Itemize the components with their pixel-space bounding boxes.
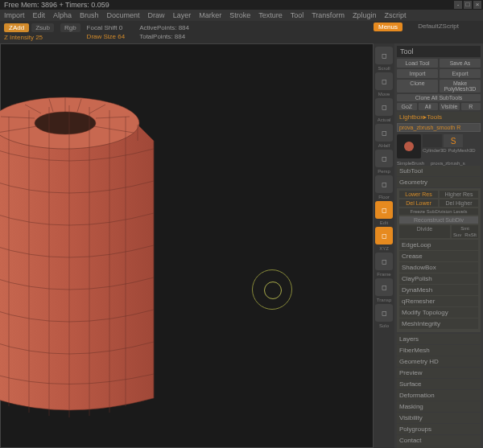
higher-res-button[interactable]: Higher Res xyxy=(440,191,478,198)
goz-visible-button[interactable]: Visible xyxy=(440,103,460,110)
tool-thumbs: S Cylinder3D PolyMesh3D xyxy=(397,134,481,158)
total-points: TotalPoints: 884 xyxy=(139,33,189,40)
menu-import[interactable]: Import xyxy=(4,11,25,19)
svg-point-1 xyxy=(35,112,96,134)
tool-panel: Tool Load Tool Save As Import Export Clo… xyxy=(394,43,483,448)
zadd-button[interactable]: ZAdd xyxy=(4,23,29,32)
section-subtool[interactable]: SubTool xyxy=(397,166,481,176)
thumb-current[interactable] xyxy=(397,134,421,158)
section-fibermesh[interactable]: FiberMesh xyxy=(397,345,481,356)
focal-label[interactable]: Focal Shift 0 xyxy=(87,24,126,31)
transp-icon[interactable]: ◻ xyxy=(375,278,393,296)
lower-res-button[interactable]: Lower Res xyxy=(399,191,438,198)
goz-button[interactable]: GoZ xyxy=(397,103,417,110)
thumb-label-0: SimpleBrush xyxy=(397,161,424,166)
export-button[interactable]: Export xyxy=(440,69,481,78)
current-tool[interactable]: prova_zbrush_smooth R xyxy=(398,124,480,131)
geometry-panel: Lower Res Higher Res Del Lower Del Highe… xyxy=(397,188,481,332)
section-masking[interactable]: Masking xyxy=(397,401,481,412)
menu-zscript[interactable]: Zscript xyxy=(384,11,406,19)
persp-icon[interactable]: ◻ xyxy=(375,150,393,167)
rgb-button[interactable]: Rgb xyxy=(60,23,80,32)
menu-brush[interactable]: Brush xyxy=(80,11,99,19)
floor-icon[interactable]: ◻ xyxy=(375,175,393,193)
smt-button[interactable]: Smt xyxy=(452,225,478,232)
script-label[interactable]: DefaultZScript xyxy=(418,23,459,30)
actual-icon[interactable]: ◻ xyxy=(375,98,393,116)
xyz-icon[interactable]: ◻ xyxy=(375,227,393,245)
menu-layer[interactable]: Layer xyxy=(173,11,192,19)
goz-all-button[interactable]: All xyxy=(419,103,439,110)
freeze-button[interactable]: Freeze SubDivision Levels xyxy=(399,208,478,215)
polymesh-button[interactable]: Make PolyMesh3D xyxy=(440,80,481,92)
zsub-button[interactable]: Zsub xyxy=(31,23,54,32)
menu-draw[interactable]: Draw xyxy=(148,11,165,19)
geom-edgeloop[interactable]: EdgeLoop xyxy=(399,240,478,250)
del-lower-button[interactable]: Del Lower xyxy=(399,199,438,207)
mesh-object[interactable] xyxy=(0,60,194,422)
del-higher-button[interactable]: Del Higher xyxy=(440,199,478,207)
goz-r-button[interactable]: R xyxy=(461,103,481,110)
menu-stroke[interactable]: Stroke xyxy=(229,11,250,19)
divide-button[interactable]: Divide xyxy=(399,225,450,238)
section-geometry[interactable]: Geometry xyxy=(397,177,481,187)
rsoft-button[interactable]: RsSft xyxy=(463,232,478,238)
geom-meshintegrity[interactable]: MeshIntegrity xyxy=(399,319,478,329)
frame-icon[interactable]: ◻ xyxy=(375,253,393,270)
intensity-label[interactable]: Z Intensity 25 xyxy=(4,34,43,41)
topbar: ZAdd Zsub Z Intensity 25 Rgb Focal Shift… xyxy=(0,21,483,43)
menu-transform[interactable]: Transform xyxy=(312,11,345,19)
window-controls: - □ × xyxy=(454,1,481,9)
section-preview[interactable]: Preview xyxy=(397,368,481,378)
menu-texture[interactable]: Texture xyxy=(258,11,283,19)
move-icon[interactable]: ◻ xyxy=(375,72,393,90)
viewport[interactable] xyxy=(0,43,374,448)
tool-header[interactable]: Tool xyxy=(397,46,481,57)
clone-button[interactable]: Clone xyxy=(397,80,438,92)
geom-qremesher[interactable]: qRemesher xyxy=(399,296,478,306)
thumb-cylinder[interactable] xyxy=(423,134,442,147)
menu-edit[interactable]: Edit xyxy=(33,11,46,19)
geom-dynamesh[interactable]: DynaMesh xyxy=(399,285,478,295)
scroll-icon[interactable]: ◻ xyxy=(375,47,393,64)
thumb-label-2: PolyMesh3D xyxy=(448,148,476,153)
thumb-label-3: prova_zbrush_s xyxy=(431,161,465,166)
section-polygroups[interactable]: Polygroups xyxy=(397,424,481,434)
toolstrip: ◻Scroll◻Move◻Actual◻AHalf◻Persp◻Floor◻Ed… xyxy=(374,43,394,448)
menu-zplugin[interactable]: Zplugin xyxy=(353,11,377,19)
geom-crease[interactable]: Crease xyxy=(399,251,478,261)
minimize-icon[interactable]: - xyxy=(454,1,462,9)
section-visibility[interactable]: Visibility xyxy=(397,413,481,423)
svg-point-21 xyxy=(404,142,414,151)
section-geometry-hd[interactable]: Geometry HD xyxy=(397,356,481,367)
section-contact[interactable]: Contact xyxy=(397,435,481,446)
menu-alpha[interactable]: Alpha xyxy=(53,11,72,19)
menubar: ImportEditAlphaBrushDocumentDrawLayerMar… xyxy=(0,10,483,21)
geom-claypolish[interactable]: ClayPolish xyxy=(399,273,478,284)
save-as-button[interactable]: Save As xyxy=(440,59,481,68)
section-layers[interactable]: Layers xyxy=(397,334,481,344)
geom-modify-topology[interactable]: Modify Topology xyxy=(399,307,478,318)
reconstruct-button[interactable]: Reconstruct SubDiv xyxy=(399,216,478,224)
section-deformation[interactable]: Deformation xyxy=(397,390,481,401)
import-button[interactable]: Import xyxy=(397,69,438,78)
geom-shadowbox[interactable]: ShadowBox xyxy=(399,262,478,273)
brush-cursor-icon xyxy=(252,269,292,310)
suv-button[interactable]: Suv xyxy=(452,232,463,238)
menu-document[interactable]: Document xyxy=(107,11,140,19)
menus-button[interactable]: Menus xyxy=(374,23,402,31)
clone-all-button[interactable]: Clone All SubTools xyxy=(397,94,481,101)
lightbox-label[interactable]: Lightbox▸Tools xyxy=(397,112,481,122)
section-surface[interactable]: Surface xyxy=(397,379,481,389)
ahalf-icon[interactable]: ◻ xyxy=(375,124,393,142)
thumb-polymesh[interactable]: S xyxy=(444,134,463,147)
menu-tool[interactable]: Tool xyxy=(291,11,304,19)
maximize-icon[interactable]: □ xyxy=(464,1,472,9)
load-tool-button[interactable]: Load Tool xyxy=(397,59,438,68)
edit-icon[interactable]: ◻ xyxy=(375,201,393,219)
title: Free Mem: 3896 + Timers: 0.059 xyxy=(4,1,109,9)
close-icon[interactable]: × xyxy=(473,1,481,9)
drawsize-label[interactable]: Draw Size 64 xyxy=(87,33,126,40)
menu-marker[interactable]: Marker xyxy=(199,11,221,19)
solo-icon[interactable]: ◻ xyxy=(375,304,393,322)
